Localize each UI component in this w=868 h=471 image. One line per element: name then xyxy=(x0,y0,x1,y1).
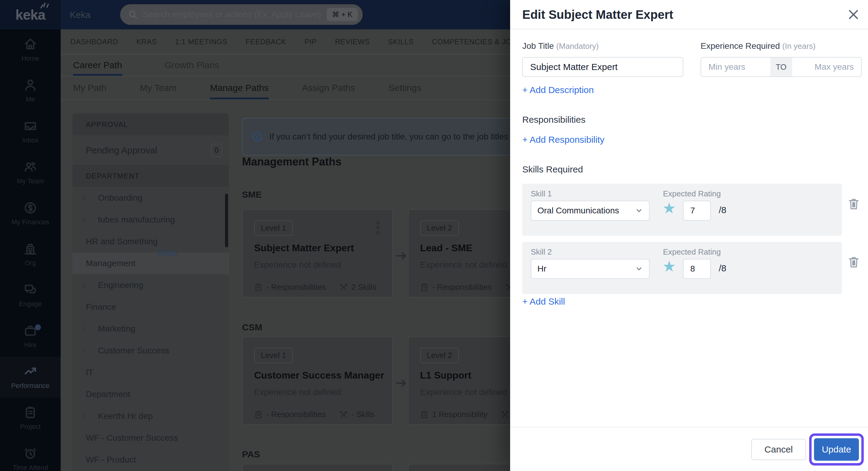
department-item[interactable]: Keerthi Hr dep xyxy=(72,405,229,427)
info-banner-text: If you can’t find your desired job title… xyxy=(269,132,537,141)
tab-growth-plans[interactable]: Growth Plans xyxy=(165,55,219,76)
department-item[interactable]: WF - Product xyxy=(72,449,229,471)
tab-my-team[interactable]: My Team xyxy=(140,76,177,99)
sidebar-item-my-finances[interactable]: My Finances xyxy=(0,193,61,234)
sidebar-item-label: Me xyxy=(26,96,35,103)
job-title: Subject Matter Expert xyxy=(254,242,354,254)
tab-kras[interactable]: KRAS xyxy=(136,38,157,46)
department-item[interactable]: HR and Something xyxy=(72,231,229,253)
kebab-menu-icon[interactable] xyxy=(376,221,379,234)
level-badge: Level 2 xyxy=(420,348,459,363)
rating-input[interactable] xyxy=(683,259,711,279)
shortcut-badge: ⌘ + K xyxy=(327,8,358,21)
skill-select[interactable]: Oral Communications xyxy=(531,201,650,221)
department-item[interactable]: Onboarding xyxy=(72,187,229,209)
sidebar-item-label: My Team xyxy=(17,177,44,185)
department-item[interactable]: WF - Customer Success xyxy=(72,427,229,449)
job-title: L1 Support xyxy=(420,370,471,381)
level-badge: Level 1 xyxy=(254,348,293,363)
close-icon[interactable] xyxy=(847,8,860,21)
sidebar-item-project[interactable]: Project xyxy=(0,398,61,439)
chevron-right-icon xyxy=(81,217,98,223)
chevron-right-icon xyxy=(81,413,98,419)
tab-assign-paths[interactable]: Assign Paths xyxy=(302,76,355,99)
add-responsibility-link[interactable]: + Add Responsibility xyxy=(522,135,604,145)
add-skill-link[interactable]: + Add Skill xyxy=(522,296,565,307)
chevron-down-icon xyxy=(635,207,643,214)
group-label-csm: CSM xyxy=(242,322,262,333)
mandatory-hint: (Mandatory) xyxy=(556,41,599,51)
sidebar-item-home[interactable]: Home xyxy=(0,29,61,70)
min-years-input[interactable] xyxy=(701,58,770,76)
department-item[interactable]: Marketing xyxy=(72,318,229,340)
department-item[interactable]: Department xyxy=(72,383,229,405)
chevron-right-icon xyxy=(81,195,98,201)
tab-11-meetings[interactable]: 1:1 MEETINGS xyxy=(175,38,227,46)
skill-select[interactable]: Hr xyxy=(531,259,650,279)
cancel-button[interactable]: Cancel xyxy=(751,439,806,460)
department-item-selected[interactable]: Keka Management xyxy=(72,253,229,274)
sidebar-item-my-team[interactable]: My Team xyxy=(0,152,61,193)
dollar-circle-icon xyxy=(24,201,37,214)
tab-skills[interactable]: SKILLS xyxy=(388,38,414,46)
keka-logo[interactable]: keka xyxy=(0,0,61,29)
star-icon: ★ xyxy=(662,258,676,275)
skills-required-heading: Skills Required xyxy=(522,164,583,175)
path-card-sme-level1[interactable]: Level 1 Subject Matter Expert Experience… xyxy=(242,209,393,298)
sidebar-item-time-attend[interactable]: Time Attend xyxy=(0,439,61,471)
sidebar-item-engage[interactable]: Engage xyxy=(0,275,61,316)
responsibilities-count: - Responsibilities xyxy=(254,410,326,419)
skill-row-2: Skill 2 Hr Expected Rating ★ /8 xyxy=(522,242,842,294)
keka-spark-icon xyxy=(40,1,50,10)
tab-manage-paths[interactable]: Manage Paths xyxy=(210,76,269,99)
tab-career-path[interactable]: Career Path xyxy=(73,55,122,76)
tab-settings[interactable]: Settings xyxy=(389,76,421,99)
building-icon xyxy=(24,242,37,256)
path-card-csm-level1[interactable]: Level 1 Customer Success Manager Experie… xyxy=(242,336,393,425)
experience-text: Experience not defined xyxy=(420,388,507,397)
experience-text: Experience not defined xyxy=(254,388,341,397)
path-card-pas-level1[interactable] xyxy=(242,464,393,471)
sidebar-item-org[interactable]: Org xyxy=(0,234,61,275)
rating-input[interactable] xyxy=(683,201,711,221)
person-icon xyxy=(24,78,37,92)
department-item[interactable]: Customer Success xyxy=(72,340,229,362)
max-years-input[interactable] xyxy=(792,58,861,76)
tab-reviews[interactable]: REVIEWS xyxy=(335,38,370,46)
sidebar-item-label: Inbox xyxy=(22,136,38,144)
add-description-link[interactable]: + Add Description xyxy=(522,85,594,95)
department-item[interactable]: Engineering xyxy=(72,274,229,296)
sidebar-item-inbox[interactable]: Inbox xyxy=(0,111,61,152)
trash-icon[interactable] xyxy=(848,197,860,211)
update-button[interactable]: Update xyxy=(814,438,859,461)
sidebar-item-hire[interactable]: Hire xyxy=(0,316,61,357)
scrollbar-thumb[interactable] xyxy=(225,194,228,247)
job-title: Customer Success Manager xyxy=(254,370,384,381)
drawer-header: Edit Subject Matter Expert xyxy=(510,0,868,29)
home-icon xyxy=(24,38,37,51)
tab-my-path[interactable]: My Path xyxy=(73,76,106,99)
department-item[interactable]: Finance xyxy=(72,296,229,318)
trash-icon[interactable] xyxy=(848,255,860,269)
rating-max: /8 xyxy=(719,205,726,215)
department-section-header: DEPARTMENT xyxy=(72,165,229,187)
experience-range-field: TO xyxy=(701,57,862,77)
tab-feedback[interactable]: FEEDBACK xyxy=(246,38,286,46)
pending-approval-item[interactable]: Pending Approval 0 xyxy=(72,135,229,165)
alarm-clock-icon xyxy=(24,447,37,460)
tab-pip[interactable]: PIP xyxy=(305,38,317,46)
expected-rating-label: Expected Rating xyxy=(663,189,721,199)
sidebar-item-performance[interactable]: Performance xyxy=(0,357,61,398)
chevron-right-icon xyxy=(81,282,98,288)
chevron-down-icon xyxy=(635,265,643,273)
experience-text: Experience not defined xyxy=(420,260,507,270)
sidebar-item-label: Engage xyxy=(19,300,42,308)
department-item[interactable]: IT xyxy=(72,362,229,383)
global-search[interactable]: Search employees or actions (Ex: Apply L… xyxy=(120,4,363,25)
tab-dashboard[interactable]: DASHBOARD xyxy=(70,38,118,46)
job-title-input[interactable] xyxy=(522,57,683,77)
sidebar-item-me[interactable]: Me xyxy=(0,70,61,111)
responsibilities-heading: Responsibilities xyxy=(522,114,585,125)
responsibilities-count: - Responsibilities xyxy=(420,282,492,292)
department-item[interactable]: tubes manufacturing xyxy=(72,209,229,231)
